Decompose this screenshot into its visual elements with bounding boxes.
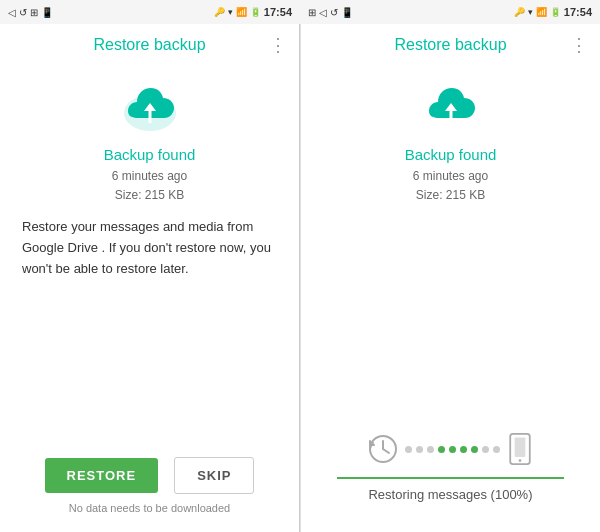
right-backup-meta: 6 minutes ago Size: 215 KB	[413, 167, 488, 205]
dot-5	[449, 446, 456, 453]
status-bar-right: ⊞ ◁ ↺ 📱 🔑 ▾ 📶 🔋 17:54	[300, 0, 600, 24]
left-right-icons: 🔑 ▾ 📶 🔋 17:54	[214, 6, 292, 18]
phone-icon	[506, 433, 534, 465]
right-signal-icon: 📶	[536, 7, 547, 17]
left-cloud-icon-wrapper	[118, 76, 182, 140]
back-arrow-icon: ◁	[8, 7, 16, 18]
right-wifi-icon: ▾	[528, 7, 533, 17]
left-panel: Restore backup ⋮ Backup found 6 minutes …	[0, 24, 300, 532]
refresh-icon: ↺	[19, 7, 27, 18]
left-app-header: Restore backup ⋮	[0, 24, 299, 66]
svg-rect-8	[515, 437, 526, 457]
right-location-icon: ◁	[319, 7, 327, 18]
dot-8	[482, 446, 489, 453]
right-cloud-upload-icon	[421, 83, 481, 133]
left-cloud-upload-icon	[120, 83, 180, 133]
dot-1	[405, 446, 412, 453]
wifi-icon: ▾	[228, 7, 233, 17]
signal-icon: 📶	[236, 7, 247, 17]
progress-dots	[405, 446, 500, 453]
right-backup-found-label: Backup found	[405, 146, 497, 163]
right-left-icons: ⊞ ◁ ↺ 📱	[308, 7, 353, 18]
right-cloud-icon-wrapper	[419, 76, 483, 140]
phone-status-icon: 📱	[41, 7, 53, 18]
left-backup-time: 6 minutes ago	[112, 167, 187, 186]
right-battery-icon: 🔋	[550, 7, 561, 17]
dot-6	[460, 446, 467, 453]
dot-4	[438, 446, 445, 453]
right-right-icons: 🔑 ▾ 📶 🔋 17:54	[514, 6, 592, 18]
left-restore-description: Restore your messages and media from Goo…	[20, 217, 279, 279]
status-time-right: 17:54	[564, 6, 592, 18]
right-app-header: Restore backup ⋮	[301, 24, 600, 66]
progress-animation	[337, 433, 564, 465]
history-icon	[367, 433, 399, 465]
dot-9	[493, 446, 500, 453]
right-panel: Restore backup ⋮ Backup found 6 minutes …	[300, 24, 600, 532]
battery-icon: 🔋	[250, 7, 261, 17]
skip-button[interactable]: SKIP	[174, 457, 254, 494]
left-backup-size: Size: 215 KB	[112, 186, 187, 205]
left-menu-icon[interactable]: ⋮	[269, 34, 287, 56]
panels-container: Restore backup ⋮ Backup found 6 minutes …	[0, 24, 600, 532]
right-phone-icon: 📱	[341, 7, 353, 18]
svg-point-9	[519, 459, 522, 462]
image-icon: ⊞	[30, 7, 38, 18]
dot-3	[427, 446, 434, 453]
dot-7	[471, 446, 478, 453]
left-status-icons: ◁ ↺ ⊞ 📱	[8, 7, 53, 18]
right-panel-title: Restore backup	[394, 36, 506, 54]
progress-section: Restoring messages (100%)	[321, 417, 580, 522]
right-backup-size: Size: 215 KB	[413, 186, 488, 205]
progress-bar	[337, 477, 564, 479]
status-bar: ◁ ↺ ⊞ 📱 🔑 ▾ 📶 🔋 17:54 ⊞ ◁ ↺ 📱 🔑 ▾ 📶 🔋 17…	[0, 0, 600, 24]
status-bar-left: ◁ ↺ ⊞ 📱 🔑 ▾ 📶 🔋 17:54	[0, 0, 300, 24]
left-backup-meta: 6 minutes ago Size: 215 KB	[112, 167, 187, 205]
left-panel-title: Restore backup	[93, 36, 205, 54]
lock-icon: 🔑	[214, 7, 225, 17]
right-lock-icon: 🔑	[514, 7, 525, 17]
status-time-left: 17:54	[264, 6, 292, 18]
right-image-icon: ⊞	[308, 7, 316, 18]
right-backup-time: 6 minutes ago	[413, 167, 488, 186]
restore-button[interactable]: RESTORE	[45, 458, 159, 493]
right-refresh-icon: ↺	[330, 7, 338, 18]
no-download-label: No data needs to be downloaded	[69, 502, 230, 514]
restoring-label: Restoring messages (100%)	[368, 487, 532, 502]
right-menu-icon[interactable]: ⋮	[570, 34, 588, 56]
left-backup-found-label: Backup found	[104, 146, 196, 163]
right-content: Backup found 6 minutes ago Size: 215 KB	[301, 66, 600, 532]
left-button-row: RESTORE SKIP	[45, 457, 255, 494]
left-content: Backup found 6 minutes ago Size: 215 KB …	[0, 66, 299, 532]
dot-2	[416, 446, 423, 453]
